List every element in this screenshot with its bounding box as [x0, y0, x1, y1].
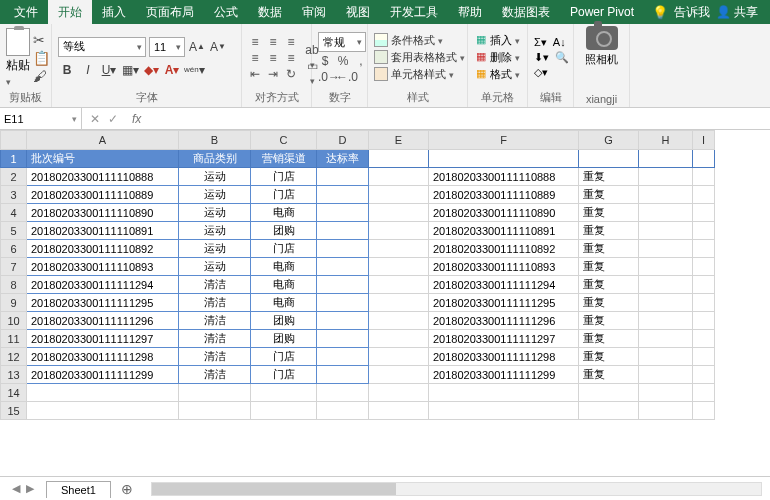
- cell[interactable]: [27, 402, 179, 420]
- cell[interactable]: 清洁: [179, 294, 251, 312]
- cell[interactable]: [639, 312, 693, 330]
- paste-button[interactable]: 粘贴: [6, 28, 30, 88]
- cell[interactable]: [639, 150, 693, 168]
- col-header-I[interactable]: I: [693, 131, 715, 150]
- cell[interactable]: 重复: [579, 276, 639, 294]
- share-button[interactable]: 👤 共享: [716, 4, 758, 21]
- cell[interactable]: [369, 366, 429, 384]
- cell[interactable]: 电商: [251, 258, 317, 276]
- decrease-font-icon[interactable]: A▼: [209, 37, 227, 57]
- cell[interactable]: [639, 258, 693, 276]
- tab-review[interactable]: 审阅: [292, 0, 336, 24]
- table-header-cell[interactable]: 批次编号: [27, 150, 179, 168]
- row-header-2[interactable]: 2: [1, 168, 27, 186]
- cell[interactable]: 重复: [579, 294, 639, 312]
- align-center-icon[interactable]: ≡: [266, 51, 280, 65]
- insert-cells-button[interactable]: ▦插入: [474, 33, 520, 48]
- col-header-A[interactable]: A: [27, 131, 179, 150]
- cell[interactable]: [369, 150, 429, 168]
- cell[interactable]: 重复: [579, 312, 639, 330]
- cell[interactable]: [369, 312, 429, 330]
- cell[interactable]: 20180203300111111297: [429, 330, 579, 348]
- cell[interactable]: [639, 348, 693, 366]
- spreadsheet-grid[interactable]: ABCDEFGHI1批次编号商品类别营销渠道达标率220180203300111…: [0, 130, 770, 476]
- tab-view[interactable]: 视图: [336, 0, 380, 24]
- cell[interactable]: 门店: [251, 186, 317, 204]
- sheet-nav-next-icon[interactable]: ▶: [26, 482, 34, 495]
- percent-icon[interactable]: %: [336, 54, 350, 68]
- cell[interactable]: 清洁: [179, 348, 251, 366]
- cell[interactable]: [317, 222, 369, 240]
- cell[interactable]: [693, 222, 715, 240]
- cell[interactable]: [369, 258, 429, 276]
- cell[interactable]: 团购: [251, 330, 317, 348]
- cell[interactable]: [317, 402, 369, 420]
- cell[interactable]: [693, 186, 715, 204]
- col-header-G[interactable]: G: [579, 131, 639, 150]
- cell[interactable]: [693, 312, 715, 330]
- cell[interactable]: [693, 330, 715, 348]
- clear-icon[interactable]: ◇▾: [534, 66, 548, 79]
- cell[interactable]: 20180203300111110888: [429, 168, 579, 186]
- decrease-decimal-icon[interactable]: ←.0: [336, 70, 350, 84]
- cell[interactable]: 电商: [251, 294, 317, 312]
- sort-a-icon[interactable]: A↓: [553, 36, 566, 48]
- cell[interactable]: [429, 150, 579, 168]
- col-header-F[interactable]: F: [429, 131, 579, 150]
- align-bottom-icon[interactable]: ≡: [284, 35, 298, 49]
- autosum-icon[interactable]: Σ▾: [534, 36, 547, 49]
- cell[interactable]: 电商: [251, 276, 317, 294]
- cell[interactable]: 20180203300111111298: [429, 348, 579, 366]
- cell[interactable]: [317, 330, 369, 348]
- row-header-3[interactable]: 3: [1, 186, 27, 204]
- format-painter-icon[interactable]: 🖌: [33, 68, 50, 84]
- cell[interactable]: 重复: [579, 240, 639, 258]
- cell[interactable]: [693, 276, 715, 294]
- cell[interactable]: [639, 366, 693, 384]
- col-header-C[interactable]: C: [251, 131, 317, 150]
- tab-data[interactable]: 数据: [248, 0, 292, 24]
- cell[interactable]: [317, 348, 369, 366]
- formula-input[interactable]: [147, 108, 770, 129]
- cell[interactable]: 清洁: [179, 276, 251, 294]
- row-header-15[interactable]: 15: [1, 402, 27, 420]
- cell[interactable]: [429, 384, 579, 402]
- cell[interactable]: [369, 330, 429, 348]
- cell[interactable]: [369, 204, 429, 222]
- cell[interactable]: 20180203300111110892: [429, 240, 579, 258]
- cell[interactable]: 团购: [251, 222, 317, 240]
- cell[interactable]: 20180203300111110893: [27, 258, 179, 276]
- tab-insert[interactable]: 插入: [92, 0, 136, 24]
- cell[interactable]: [639, 402, 693, 420]
- cell[interactable]: 20180203300111111296: [429, 312, 579, 330]
- cell[interactable]: 20180203300111110892: [27, 240, 179, 258]
- cell[interactable]: 20180203300111110889: [429, 186, 579, 204]
- enter-formula-icon[interactable]: ✓: [108, 112, 118, 126]
- cell[interactable]: 清洁: [179, 330, 251, 348]
- select-all-corner[interactable]: [1, 131, 27, 150]
- cell[interactable]: 重复: [579, 222, 639, 240]
- cell[interactable]: [317, 186, 369, 204]
- cell[interactable]: [317, 366, 369, 384]
- col-header-D[interactable]: D: [317, 131, 369, 150]
- row-header-1[interactable]: 1: [1, 150, 27, 168]
- number-format-combo[interactable]: 常规: [318, 32, 366, 52]
- cell[interactable]: [251, 384, 317, 402]
- cell[interactable]: [317, 168, 369, 186]
- row-header-11[interactable]: 11: [1, 330, 27, 348]
- cell[interactable]: 20180203300111111295: [27, 294, 179, 312]
- cell[interactable]: [369, 186, 429, 204]
- cell[interactable]: 重复: [579, 330, 639, 348]
- tab-file[interactable]: 文件: [4, 0, 48, 24]
- border-button[interactable]: ▦▾: [121, 60, 139, 80]
- cell[interactable]: [693, 348, 715, 366]
- cell[interactable]: 20180203300111110893: [429, 258, 579, 276]
- cell[interactable]: 20180203300111111295: [429, 294, 579, 312]
- cell[interactable]: [251, 402, 317, 420]
- align-right-icon[interactable]: ≡: [284, 51, 298, 65]
- cell[interactable]: [317, 276, 369, 294]
- cell[interactable]: [317, 258, 369, 276]
- new-sheet-button[interactable]: ⊕: [111, 481, 143, 497]
- cell[interactable]: [639, 204, 693, 222]
- cell[interactable]: 团购: [251, 312, 317, 330]
